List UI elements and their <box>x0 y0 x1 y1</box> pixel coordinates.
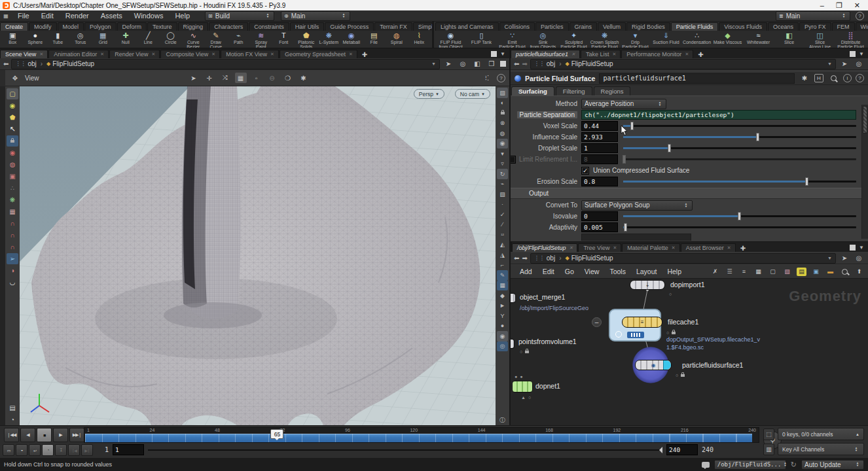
shelf-tab[interactable]: Vellum <box>598 22 626 31</box>
back-icon[interactable]: ⬅ <box>3 60 9 67</box>
pane-tab[interactable]: Geometry Spreadsheet✕ <box>280 50 357 58</box>
method-select[interactable]: Average Position <box>581 99 666 109</box>
edit-tool-icon[interactable]: ❋ <box>7 194 18 205</box>
desktop-selector[interactable]: ≣ Main <box>776 11 850 21</box>
shelf-tab[interactable]: Rigging <box>178 22 209 31</box>
build-selector[interactable]: ⊞ Build <box>205 11 274 21</box>
influence-scale-field[interactable]: 2.933 <box>581 132 618 142</box>
erosion-scale-slider[interactable] <box>623 181 856 183</box>
path-dropdown-icon[interactable]: ▼ <box>827 256 832 260</box>
pane-tab[interactable]: Material Palette✕ <box>622 243 679 252</box>
node-particlefluidsurface[interactable]: ◉ <box>635 360 672 370</box>
union-compressed-checkbox[interactable]: ✓ <box>581 167 589 175</box>
pane-tab[interactable]: Scene View✕ <box>0 50 48 58</box>
takes-icon[interactable]: ▤ <box>7 402 18 413</box>
tab-close-icon[interactable]: ✕ <box>270 52 274 57</box>
radial-menu-icon[interactable]: ◎ <box>853 253 865 264</box>
shelf-tool[interactable]: ◍Spiral <box>386 31 408 49</box>
shelf-tool[interactable]: ≋Spray Paint <box>250 31 273 49</box>
slider-handle[interactable] <box>668 144 671 152</box>
find-icon[interactable] <box>840 268 850 276</box>
layout-columns-icon[interactable]: ⁝⁚ <box>481 73 493 83</box>
shelf-tab[interactable]: Create <box>0 22 28 31</box>
instances-icon[interactable]: ▧ <box>497 189 508 200</box>
tab-close-icon[interactable]: ✕ <box>672 245 676 251</box>
scoped-channels-icon[interactable]: ▥ <box>763 444 774 455</box>
output-section-header[interactable]: Output <box>511 188 868 199</box>
path-dropdown-icon[interactable]: ▼ <box>431 61 436 66</box>
menu-item[interactable]: Render <box>60 12 95 20</box>
flag-icon[interactable]: ► <box>497 301 508 311</box>
export-icon[interactable]: ⬆ <box>854 268 864 276</box>
scene-path-field[interactable]: ⋮⋮obj › ◆FlipFluidSetup ▼ <box>11 59 440 69</box>
shelf-tab[interactable]: Lights and Cameras <box>435 22 499 31</box>
param-tab[interactable]: Filtering <box>556 86 592 96</box>
new-pane-tab-icon[interactable]: ✚ <box>736 245 750 252</box>
shelf-tool[interactable]: ◎Torus <box>69 31 92 49</box>
shelf-tool[interactable]: ∿Curve Bezier <box>182 31 205 49</box>
pane-menu-icon[interactable]: ▼ <box>500 51 505 57</box>
dot-icon[interactable]: · <box>497 200 508 210</box>
main-selector[interactable]: ⊕ Main <box>281 11 350 21</box>
pane-tab[interactable]: Asset Browser✕ <box>681 243 736 252</box>
shelf-tool[interactable]: ◫Slice Along Line <box>805 31 835 49</box>
rotate-mode-icon[interactable]: ⤨ <box>219 73 231 83</box>
param-help-icon[interactable]: ? <box>856 74 864 82</box>
pane-menu-icon[interactable]: ▼ <box>859 51 864 57</box>
shelf-tab[interactable]: Model <box>58 22 84 31</box>
droplet-scale-field[interactable]: 1 <box>581 143 618 153</box>
houdini-badge-icon[interactable]: H <box>814 74 823 82</box>
adaptivity-field[interactable]: 0.005 <box>581 222 618 232</box>
display-lock-icon[interactable] <box>497 108 508 118</box>
tick-marks-icon[interactable]: ⌶ <box>55 444 67 456</box>
refresh-icon[interactable]: ↻ <box>791 461 797 469</box>
brush-a-icon[interactable]: ◭ <box>497 240 508 251</box>
tab-close-icon[interactable]: ✕ <box>613 245 617 251</box>
shelf-tool[interactable]: ◉Metaball <box>340 31 363 49</box>
menu-item[interactable]: Assets <box>95 12 128 20</box>
show-image-icon[interactable]: ▧ <box>497 88 508 98</box>
pin-icon[interactable]: ➤ <box>839 253 850 264</box>
select-geometry-icon[interactable]: ⬟ <box>7 112 18 123</box>
undo-key-icon[interactable]: ↩ <box>29 444 41 456</box>
shelf-tab[interactable]: Deform <box>117 22 147 31</box>
camera-select-button[interactable]: No cam▼ <box>455 89 490 99</box>
lock-icon[interactable] <box>7 135 18 147</box>
network-menu-item[interactable]: Help <box>662 268 687 275</box>
shelf-tab[interactable]: Simple FX <box>413 22 432 31</box>
pane-tab[interactable]: Performance Monitor✕ <box>621 50 693 58</box>
shelf-tool[interactable]: ✦Sculpted Particle Fluid <box>558 31 589 49</box>
shelf-tool[interactable]: ◉FLIP Fluid from Object <box>435 31 466 49</box>
go-to-end-button[interactable]: ▶▶❘ <box>69 428 84 442</box>
grid-outline-icon[interactable]: ▢ <box>768 268 778 276</box>
slider-handle[interactable] <box>630 122 634 130</box>
network-menu-item[interactable]: Tools <box>604 268 631 275</box>
pin-icon[interactable]: ➤ <box>443 59 454 69</box>
forward-icon[interactable]: ➡ <box>522 60 527 67</box>
new-pane-tab-icon[interactable]: ✚ <box>358 51 371 58</box>
slider-handle[interactable] <box>738 212 741 220</box>
param-tab[interactable]: Surfacing <box>511 86 554 96</box>
image-badge-icon[interactable]: ▧ <box>782 268 792 276</box>
tab-close-icon[interactable]: ✕ <box>570 245 573 251</box>
pane-tab[interactable]: Take List✕ <box>581 50 621 58</box>
limit-refinement-checkbox[interactable] <box>511 156 516 164</box>
network-menu-item[interactable]: Add <box>515 268 537 275</box>
pane-tab[interactable]: Tree View✕ <box>578 243 621 252</box>
snapshot-cube-icon[interactable]: ◧ <box>471 59 483 69</box>
menu-item[interactable]: Windows <box>128 12 170 20</box>
radial-menu-icon[interactable]: ◎ <box>853 59 865 69</box>
sticky-note-icon[interactable]: ▤ <box>797 268 806 276</box>
material-sphere-icon[interactable]: ◍ <box>497 128 508 139</box>
limit-refinement-field[interactable]: 8 <box>581 154 618 164</box>
close-button[interactable]: ✕ <box>854 1 860 10</box>
brush-b-icon[interactable]: ◮ <box>497 250 508 260</box>
shade-mode-icon[interactable]: ❍ <box>282 73 294 83</box>
node-label[interactable]: particlefluidsurface1 <box>682 361 743 369</box>
range-end-handle[interactable] <box>656 447 662 453</box>
slider-handle[interactable] <box>756 133 759 141</box>
display-settings-gear-icon[interactable]: ✱ <box>298 73 310 83</box>
shelf-tool[interactable]: ◧Slice <box>774 31 805 49</box>
go-to-start-button[interactable]: ❘◀◀ <box>4 428 19 442</box>
recycle-icon[interactable]: ↻ <box>497 169 508 179</box>
